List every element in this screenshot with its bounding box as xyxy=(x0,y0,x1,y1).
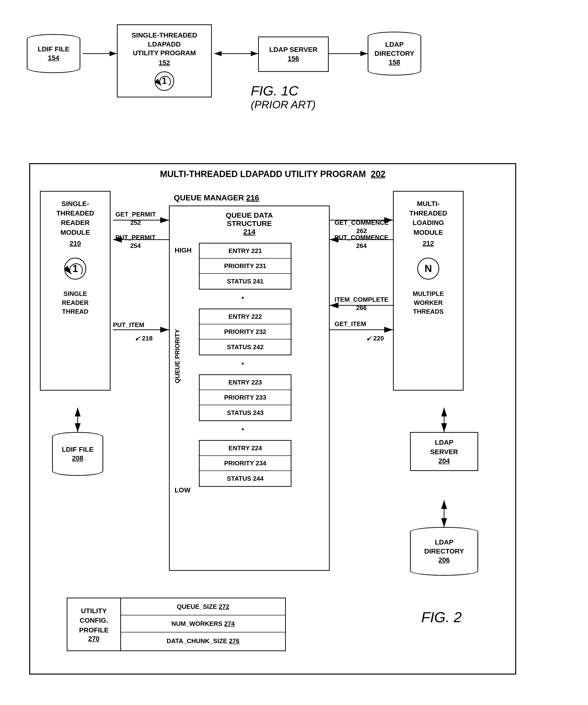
queue-data-box: QUEUE DATA STRUCTURE 214 HIGH ENTRY 221 … xyxy=(169,205,330,571)
fig1c-utility-num: 152 xyxy=(159,58,170,67)
entry-222: ENTRY 222 xyxy=(200,309,291,324)
status-244: STATUS 244 xyxy=(200,471,291,486)
fig1c-ldif-label: LDIF FILE xyxy=(38,45,69,54)
entry-224: ENTRY 224 xyxy=(200,441,291,456)
fig2-outer-box: MULTI-THREADED LDAPADD UTILITY PROGRAM 2… xyxy=(29,163,516,674)
entry-group-3: ENTRY 223 PRIORITY 233 STATUS 243 xyxy=(199,374,291,421)
priority-231: PRIORITY 231 xyxy=(200,258,291,274)
entry-group-1: ENTRY 221 PRIORITY 231 STATUS 241 xyxy=(199,243,291,289)
fig2-ldap-dir: LDAPDIRECTORY 206 xyxy=(410,527,478,576)
put-item-num-label: ↙ 218 xyxy=(135,335,153,342)
fig2-loading-label: MULTI-THREADEDLOADINGMODULE xyxy=(409,199,447,237)
config-queue-size: QUEUE_SIZE 272 xyxy=(121,598,285,615)
fig2-section: MULTI-THREADED LDAPADD UTILITY PROGRAM 2… xyxy=(19,151,569,687)
fig1c-ldif-num: 154 xyxy=(48,54,59,62)
fig2-ldap-server-num: 204 xyxy=(439,457,450,465)
fig2-outer-title: MULTI-THREADED LDAPADD UTILITY PROGRAM 2… xyxy=(160,169,385,179)
fig1c-circle-arrow xyxy=(155,72,175,92)
low-label: LOW xyxy=(175,486,190,494)
queue-data-label: QUEUE DATA STRUCTURE 214 xyxy=(226,211,273,236)
priority-232: PRIORITY 232 xyxy=(200,324,291,339)
page: LDIF FILE 154 SINGLE-THREADED LDAPADD UT… xyxy=(0,0,588,705)
fig1c-utility-box: SINGLE-THREADED LDAPADD UTILITY PROGRAM … xyxy=(117,25,212,97)
get-item-label: GET_ITEM xyxy=(335,320,366,328)
put-commence-label: PUT_COMMENCE 264 xyxy=(335,234,388,250)
put-item-label: PUT_ITEM xyxy=(113,321,144,329)
fig2-ldap-dir-num: 206 xyxy=(439,556,450,564)
fig1c-utility-label: SINGLE-THREADED LDAPADD UTILITY PROGRAM xyxy=(132,31,197,57)
status-243: STATUS 243 xyxy=(200,405,291,420)
fig2-ldif-label: LDIF FILE xyxy=(62,445,94,454)
fig2-reader-thread: SINGLEREADERTHREAD xyxy=(62,289,89,316)
fig2-ldif-file: LDIF FILE 208 xyxy=(52,432,103,476)
fig2-config-left: UTILITYCONFIG.PROFILE 270 xyxy=(67,598,121,651)
entry-group-2: ENTRY 222 PRIORITY 232 STATUS 242 xyxy=(199,309,291,355)
item-complete-label: ITEM_COMPLETE 266 xyxy=(335,296,388,312)
fig2-reader-module: SINGLE-THREADEDREADERMODULE 210 1 SINGLE… xyxy=(40,191,110,391)
fig1c-ldap-dir-label: LDAPDIRECTORY xyxy=(375,40,414,58)
fig2-reader-num: 210 xyxy=(69,239,81,248)
queue-manager-label: QUEUE MANAGER 216 xyxy=(174,193,259,202)
fig1c-ldif-file: LDIF FILE 154 xyxy=(27,34,80,73)
fig2-loading-circle: N xyxy=(417,257,439,280)
fig2-config: UTILITYCONFIG.PROFILE 270 QUEUE_SIZE 272… xyxy=(67,598,286,651)
queue-priority-label: QUEUE PRIORITY xyxy=(174,329,181,383)
fig1c-section: LDIF FILE 154 SINGLE-THREADED LDAPADD UT… xyxy=(19,15,569,132)
status-241: STATUS 241 xyxy=(200,274,291,289)
fig2-title: FIG. 2 xyxy=(421,609,462,626)
fig2-config-right: QUEUE_SIZE 272 NUM_WORKERS 274 DATA_CHUN… xyxy=(121,598,285,651)
fig2-reader-circle-arrow xyxy=(65,258,87,280)
fig1c-arrows xyxy=(19,15,569,132)
fig2-loading-num: 212 xyxy=(423,239,434,248)
status-242: STATUS 242 xyxy=(200,339,291,355)
fig2-reader-label: SINGLE-THREADEDREADERMODULE xyxy=(56,199,94,237)
entry-221: ENTRY 221 xyxy=(200,243,291,258)
fig1c-ldap-dir-num: 158 xyxy=(389,58,400,67)
fig2-ldap-server: LDAPSERVER 204 xyxy=(410,432,478,471)
config-num-workers: NUM_WORKERS 274 xyxy=(121,615,285,632)
fig2-loading-thread: MULTIPLEWORKERTHREADS xyxy=(413,289,444,316)
fig1c-ldap-server-label: LDAP SERVER xyxy=(269,45,317,54)
get-item-num-label: ↙ 220 xyxy=(366,335,384,342)
get-permit-label: GET_PERMIT 252 xyxy=(115,210,156,227)
fig1c-utility-circle: 1 xyxy=(155,72,174,91)
entry-group-4: ENTRY 224 PRIORITY 234 STATUS 244 xyxy=(199,440,291,487)
fig2-loading-module: MULTI-THREADEDLOADINGMODULE 212 N MULTIP… xyxy=(393,191,463,391)
put-permit-label: PUT_PERMIT 254 xyxy=(115,234,156,250)
config-data-chunk: DATA_CHUNK_SIZE 276 xyxy=(121,632,285,650)
fig1c-ldap-dir: LDAPDIRECTORY 158 xyxy=(368,32,421,76)
priority-234: PRIORITY 234 xyxy=(200,456,291,471)
fig2-reader-circle: 1 xyxy=(64,257,86,280)
fig1c-ldap-server: LDAP SERVER 156 xyxy=(258,37,329,72)
fig1c-ldap-server-num: 156 xyxy=(288,54,299,63)
fig1c-title: FIG. 1C (PRIOR ART) xyxy=(251,83,315,111)
high-label: HIGH xyxy=(175,246,192,254)
entry-223: ENTRY 223 xyxy=(200,375,291,390)
get-commence-label: GET_COMMENCE 262 xyxy=(335,210,389,235)
priority-233: PRIORITY 233 xyxy=(200,390,291,405)
fig2-ldif-num: 208 xyxy=(72,454,84,463)
fig2-config-num: 270 xyxy=(79,635,109,643)
